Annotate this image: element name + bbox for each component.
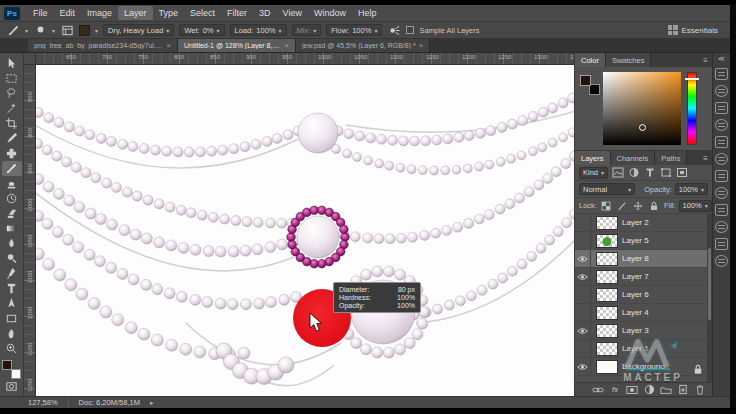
menu-item[interactable]: View [277,6,308,20]
dock-panel-icon[interactable] [715,221,728,233]
panel-tab[interactable]: Layers [575,151,611,165]
background-color-swatch[interactable] [11,369,21,379]
document-tab[interactable]: jew.psd @ 45,5% (Layer 6, RGB/8) * × [296,39,430,52]
foreground-swatch[interactable] [580,75,591,86]
layer-visibility-toggle[interactable] [575,322,591,340]
layer-thumbnail[interactable] [596,270,618,284]
type-filter-icon[interactable] [643,167,656,179]
menu-item[interactable]: Layer [118,6,153,20]
pen-tool[interactable] [2,266,22,281]
layer-row[interactable]: Layer 6 [575,286,707,304]
hue-slider[interactable] [687,72,697,145]
layer-style-icon[interactable]: fx [609,384,621,395]
menu-item[interactable]: 3D [253,6,277,20]
dock-panel-icon[interactable] [715,136,728,148]
load-control[interactable]: Load:100%▾ [230,24,287,36]
layer-row[interactable]: Layer 4 [575,304,707,322]
eraser-tool[interactable] [2,206,22,221]
layer-visibility-toggle[interactable] [575,286,591,304]
layer-visibility-toggle[interactable] [575,214,591,232]
menu-item[interactable]: Image [81,6,118,20]
collapse-panels-icon[interactable]: ≪ [718,55,725,63]
blend-mode-select[interactable]: Normal▾ [579,183,635,195]
lock-position-icon[interactable] [632,200,645,212]
layer-thumbnail[interactable] [596,288,618,302]
clone-stamp-tool[interactable] [2,176,22,191]
document-tab[interactable]: png_tree_ab_by_paradise234-d5gy7ul.png @… [28,39,178,52]
color-picker-indicator[interactable] [639,124,646,131]
dock-panel-icon[interactable] [715,119,728,131]
layer-group-icon[interactable] [660,384,672,395]
brush-load-swatch[interactable] [79,25,90,36]
path-selection-tool[interactable] [2,296,22,311]
dock-panel-icon[interactable] [715,153,728,165]
shape-tool[interactable] [2,311,22,326]
layer-thumbnail[interactable] [596,234,618,248]
dock-panel-icon[interactable] [715,170,728,182]
brush-preset-picker-icon[interactable] [33,24,47,37]
flow-control[interactable]: Flow:100%▾ [326,24,382,36]
layer-row[interactable]: Layer 8 [575,250,707,268]
move-tool[interactable] [2,56,22,71]
quick-selection-tool[interactable] [2,101,22,116]
hand-tool[interactable] [2,326,22,341]
wet-control[interactable]: Wet:0%▾ [179,24,224,36]
hue-slider-indicator[interactable] [685,78,699,80]
canvas-artwork[interactable] [36,65,574,396]
layer-visibility-toggle[interactable] [575,232,591,250]
layer-row[interactable]: Layer 2 [575,214,707,232]
document-viewport[interactable]: Diameter:80 px Hardness:100% Opacity:100… [36,65,574,396]
shape-filter-icon[interactable] [659,167,672,179]
smart-object-filter-icon[interactable] [675,167,688,179]
panel-tab[interactable]: Paths [655,151,687,165]
layers-scrollbar-thumb[interactable] [708,248,711,320]
eyedropper-tool[interactable] [2,131,22,146]
panel-menu-icon[interactable]: ≡ [699,151,712,165]
menu-item[interactable]: Help [352,6,383,20]
layer-visibility-toggle[interactable] [575,250,591,268]
zoom-level-field[interactable]: 127,58% [28,398,58,407]
panel-tab[interactable]: Swatches [606,53,652,67]
dock-panel-icon[interactable] [715,68,728,80]
menu-item[interactable]: Type [153,6,185,20]
delete-layer-icon[interactable] [694,384,706,395]
layer-thumbnail[interactable] [596,216,618,230]
healing-brush-tool[interactable] [2,146,22,161]
workspace-switcher[interactable]: Essentials [668,25,718,35]
dodge-tool[interactable] [2,251,22,266]
adjustment-filter-icon[interactable] [627,167,640,179]
history-brush-tool[interactable] [2,191,22,206]
layer-row[interactable]: Background [575,358,707,376]
layer-row[interactable]: Layer 1 [575,340,707,358]
horizontal-ruler[interactable]: 6507007508008509009501000105011001150120… [36,53,574,65]
panel-menu-icon[interactable]: ≡ [699,53,712,67]
layer-row[interactable]: Layer 5 [575,232,707,250]
layer-filter-kind-select[interactable]: Kind▾ [579,167,608,179]
layer-mask-icon[interactable] [626,384,638,395]
vertical-ruler[interactable]: 850900950100010501100115012001250 [24,65,36,396]
menu-item[interactable]: File [27,6,54,20]
dock-panel-icon[interactable] [715,102,728,114]
layer-row[interactable]: Layer 3 [575,322,707,340]
tab-close-icon[interactable]: × [419,41,424,50]
panel-tab[interactable]: Color [575,53,606,67]
type-tool[interactable] [2,281,22,296]
crop-tool[interactable] [2,116,22,131]
new-layer-icon[interactable] [677,384,689,395]
status-options-arrow[interactable]: ▸ [150,399,154,407]
dock-panel-icon[interactable] [715,204,728,216]
brush-tool[interactable] [2,161,22,176]
menu-item[interactable]: Filter [221,6,253,20]
quick-mask-button[interactable] [2,379,22,394]
pixel-filter-icon[interactable] [611,167,624,179]
lock-pixels-icon[interactable] [616,200,629,212]
dock-panel-icon[interactable] [715,238,728,250]
adjustment-layer-icon[interactable] [643,384,655,395]
brush-preset-dropdown-arrow[interactable]: ▾ [52,27,55,34]
tab-close-icon[interactable]: × [166,41,171,50]
lasso-tool[interactable] [2,86,22,101]
zoom-tool[interactable] [2,341,22,356]
mix-control[interactable]: Mix:▾ [292,24,322,36]
tool-preset-picker-icon[interactable] [6,24,20,37]
layer-thumbnail[interactable] [596,360,618,374]
